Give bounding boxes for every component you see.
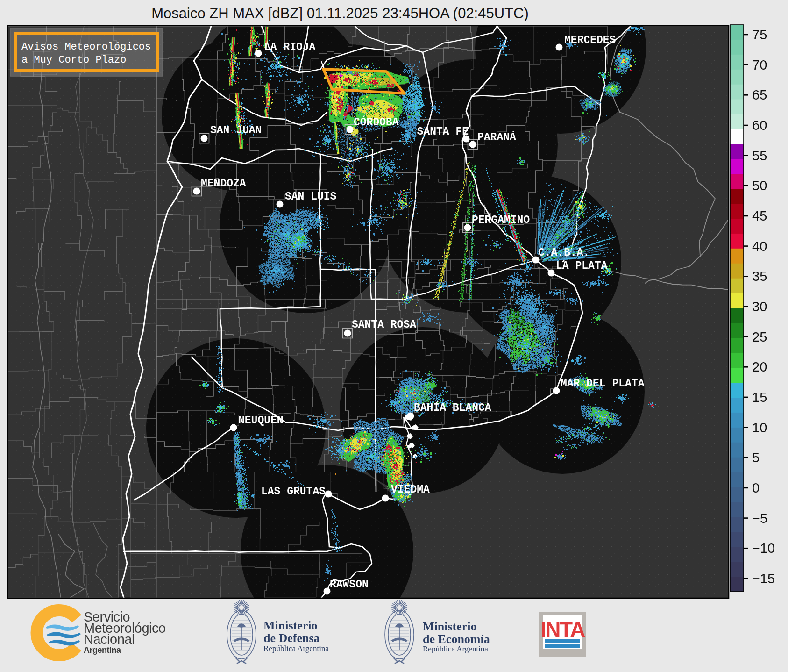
svg-text:República Argentina: República Argentina bbox=[263, 644, 329, 653]
svg-text:40: 40 bbox=[752, 239, 767, 254]
svg-text:−10: −10 bbox=[752, 541, 775, 556]
svg-text:NEUQUÉN: NEUQUÉN bbox=[238, 414, 284, 427]
svg-text:de Economía: de Economía bbox=[423, 632, 490, 646]
svg-text:INTA: INTA bbox=[540, 617, 585, 642]
svg-text:Ministerio: Ministerio bbox=[423, 620, 477, 633]
svg-text:LA RIOJA: LA RIOJA bbox=[264, 41, 316, 53]
svg-text:70: 70 bbox=[752, 57, 767, 72]
svg-text:SAN JUAN: SAN JUAN bbox=[210, 124, 262, 136]
svg-text:MAR DEL PLATA: MAR DEL PLATA bbox=[561, 378, 645, 390]
svg-text:45: 45 bbox=[752, 208, 767, 223]
svg-text:30: 30 bbox=[752, 299, 767, 314]
svg-text:Ministerio: Ministerio bbox=[263, 619, 318, 632]
svg-text:Argentina: Argentina bbox=[84, 645, 121, 655]
svg-text:Nacional: Nacional bbox=[84, 632, 135, 647]
svg-text:Mosaico ZH MAX [dBZ] 01.11.202: Mosaico ZH MAX [dBZ] 01.11.2025 23:45HOA… bbox=[151, 5, 529, 21]
svg-text:RAWSON: RAWSON bbox=[330, 579, 369, 591]
svg-text:VIEDMA: VIEDMA bbox=[391, 484, 430, 496]
svg-text:SANTA FE: SANTA FE bbox=[417, 126, 469, 138]
svg-text:BAHÍA BLANCA: BAHÍA BLANCA bbox=[414, 401, 491, 414]
svg-text:CÓRDOBA: CÓRDOBA bbox=[354, 115, 399, 129]
svg-text:de Defensa: de Defensa bbox=[263, 631, 320, 645]
svg-text:−15: −15 bbox=[752, 571, 775, 586]
svg-text:5: 5 bbox=[752, 450, 760, 465]
svg-text:20: 20 bbox=[752, 359, 767, 374]
svg-text:50: 50 bbox=[752, 178, 767, 193]
svg-text:15: 15 bbox=[752, 390, 767, 405]
svg-text:PARANÁ: PARANÁ bbox=[477, 131, 516, 143]
svg-text:0: 0 bbox=[752, 480, 760, 495]
svg-text:Avisos Meteorológicos: Avisos Meteorológicos bbox=[21, 41, 151, 53]
svg-text:25: 25 bbox=[752, 329, 767, 344]
svg-text:LAS GRUTAS: LAS GRUTAS bbox=[261, 486, 326, 498]
svg-text:República Argentina: República Argentina bbox=[423, 644, 488, 653]
svg-text:MENDOZA: MENDOZA bbox=[201, 178, 246, 190]
svg-text:C.A.B.A.: C.A.B.A. bbox=[538, 247, 589, 259]
svg-text:65: 65 bbox=[752, 87, 767, 102]
svg-text:LA PLATA: LA PLATA bbox=[556, 260, 608, 272]
svg-text:PERGAMINO: PERGAMINO bbox=[472, 214, 530, 226]
svg-text:10: 10 bbox=[752, 420, 767, 435]
svg-text:75: 75 bbox=[752, 27, 767, 42]
svg-text:−5: −5 bbox=[752, 511, 767, 526]
svg-text:60: 60 bbox=[752, 118, 767, 133]
svg-text:55: 55 bbox=[752, 148, 767, 163]
svg-text:SANTA ROSA: SANTA ROSA bbox=[352, 319, 416, 331]
svg-text:MERCEDES: MERCEDES bbox=[564, 34, 616, 46]
svg-text:a Muy Corto Plazo: a Muy Corto Plazo bbox=[21, 54, 126, 66]
svg-text:SAN LUIS: SAN LUIS bbox=[285, 191, 337, 203]
svg-text:35: 35 bbox=[752, 269, 767, 284]
